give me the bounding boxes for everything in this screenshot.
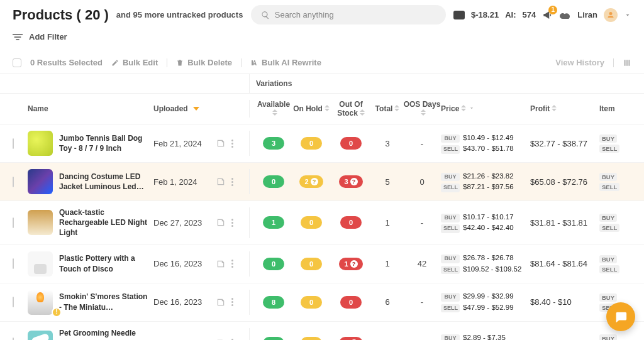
chevron-down-icon xyxy=(469,105,475,111)
col-total[interactable]: Total xyxy=(372,104,403,113)
product-name[interactable]: Quack-tastic Rechargeable LED Night Ligh… xyxy=(59,207,153,238)
bulk-edit-button[interactable]: Bulk Edit xyxy=(111,58,158,67)
uploaded-date: Dec 27, 2023 xyxy=(153,218,216,228)
ai-icon xyxy=(250,59,258,67)
chevron-down-icon[interactable] xyxy=(624,11,631,19)
col-available[interactable]: Available xyxy=(255,100,292,118)
product-name[interactable]: Smokin' S'mores Station - The Miniatu… xyxy=(59,292,153,312)
table-row[interactable]: Plastic Pottery with a Touch of Disco De… xyxy=(0,245,644,283)
col-oos-days[interactable]: OOS Days xyxy=(403,100,441,118)
filter-icon xyxy=(13,33,23,41)
product-thumb xyxy=(28,290,53,315)
row-checkbox[interactable] xyxy=(13,177,14,187)
price-cell: BUY$21.26 - $23.82 SELL$87.21 - $97.56 xyxy=(441,171,530,193)
select-all-checkbox[interactable] xyxy=(13,58,21,67)
results-selected: 0 Results Selected xyxy=(30,58,103,67)
row-checkbox[interactable] xyxy=(13,258,14,269)
uploaded-date: Dec 16, 2023 xyxy=(153,259,216,268)
oos-days-value: 0 xyxy=(403,177,441,187)
available-pill: 3 xyxy=(263,137,284,150)
item-cell: BUY SELL xyxy=(599,333,625,340)
table-row[interactable]: ! Smokin' S'mores Station - The Miniatu…… xyxy=(0,283,644,322)
product-thumb xyxy=(28,210,53,235)
table-row[interactable]: Pet Grooming Needle Brush Magic Massage … xyxy=(0,322,644,340)
profit-value: $65.08 - $72.76 xyxy=(530,177,599,187)
notifications-button[interactable]: 1 xyxy=(542,9,553,21)
note-icon[interactable] xyxy=(216,298,225,307)
available-pill: 0 xyxy=(263,258,284,270)
column-picker-icon[interactable] xyxy=(623,58,631,67)
total-value: 3 xyxy=(372,139,403,148)
total-value: 1 xyxy=(372,259,403,268)
row-checkbox[interactable] xyxy=(13,297,14,307)
oos-days-value: - xyxy=(403,218,441,228)
page-title: Products ( 20 ) xyxy=(13,7,109,23)
product-name[interactable]: Dancing Costume LED Jacket Luminous Led… xyxy=(59,172,153,192)
profit-value: $32.77 - $38.77 xyxy=(530,139,599,148)
bulk-ai-button[interactable]: Bulk AI Rewrite xyxy=(250,58,321,67)
title-prefix: Products xyxy=(13,7,72,23)
ai-value: 574 xyxy=(523,10,536,19)
col-price[interactable]: Price xyxy=(441,104,530,113)
avatar[interactable] xyxy=(604,8,618,22)
oos-pill: 1 ? xyxy=(339,258,362,270)
balance-value: $-18.21 xyxy=(471,10,499,19)
bulk-toolbar: 0 Results Selected Bulk Edit Bulk Delete… xyxy=(0,52,644,74)
product-thumb xyxy=(28,169,53,194)
row-checkbox[interactable] xyxy=(13,337,14,340)
chat-icon xyxy=(614,310,628,324)
uploaded-date: Feb 1, 2024 xyxy=(153,177,216,187)
col-item[interactable]: Item xyxy=(599,104,625,113)
row-checkbox[interactable] xyxy=(13,138,14,149)
available-pill: 0 xyxy=(263,175,284,188)
on-hold-pill: 0 xyxy=(301,137,322,150)
col-out-of-stock[interactable]: Out Of Stock xyxy=(330,100,372,118)
more-menu[interactable] xyxy=(231,219,233,227)
on-hold-pill: 0 xyxy=(301,216,322,229)
product-thumb xyxy=(28,131,53,156)
col-name[interactable]: Name xyxy=(28,104,153,113)
view-history-button[interactable]: View History xyxy=(555,58,604,67)
total-value: 1 xyxy=(372,218,403,228)
more-menu[interactable] xyxy=(231,140,233,148)
price-cell: BUY$10.17 - $10.17 SELL$42.40 - $42.40 xyxy=(441,212,530,234)
col-on-hold[interactable]: On Hold xyxy=(292,104,330,113)
table-row[interactable]: Jumbo Tennis Ball Dog Toy - 8 / 7 / 9 In… xyxy=(0,124,644,163)
profit-value: $31.81 - $31.81 xyxy=(530,218,599,228)
wallet-icon[interactable] xyxy=(453,11,465,19)
price-cell: BUY$2.89 - $7.35 SELL$12.99 - $31.01 xyxy=(441,332,530,340)
oos-days-value: - xyxy=(403,139,441,148)
table-row[interactable]: Quack-tastic Rechargeable LED Night Ligh… xyxy=(0,201,644,245)
item-cell: BUY SELL xyxy=(599,172,625,192)
note-icon[interactable] xyxy=(216,218,225,227)
more-menu[interactable] xyxy=(231,178,233,186)
cloud-icon[interactable] xyxy=(560,11,571,19)
note-icon[interactable] xyxy=(216,139,225,148)
row-checkbox[interactable] xyxy=(13,217,14,228)
price-cell: BUY$26.78 - $26.78 SELL$109.52 - $109.52 xyxy=(441,253,530,275)
item-cell: BUY SELL xyxy=(599,254,625,274)
col-uploaded[interactable]: Uploaded xyxy=(153,104,216,113)
oos-pill: 0 xyxy=(340,137,362,150)
chat-button[interactable] xyxy=(606,302,635,331)
note-icon[interactable] xyxy=(216,260,225,268)
table-row[interactable]: Dancing Costume LED Jacket Luminous Led…… xyxy=(0,163,644,201)
search-input[interactable]: Search anything xyxy=(251,5,446,25)
more-menu[interactable] xyxy=(231,260,233,268)
note-icon[interactable] xyxy=(216,177,225,186)
oos-pill: 2 ? xyxy=(339,337,362,340)
profit-value: $81.64 - $81.64 xyxy=(530,259,599,268)
product-name[interactable]: Plastic Pottery with a Touch of Disco xyxy=(59,253,153,273)
filter-row: Add Filter xyxy=(0,30,644,52)
product-name[interactable]: Pet Grooming Needle Brush Magic Massage … xyxy=(59,328,153,340)
notif-badge: 1 xyxy=(548,6,557,14)
product-name[interactable]: Jumbo Tennis Ball Dog Toy - 8 / 7 / 9 In… xyxy=(59,133,153,153)
add-filter-button[interactable]: Add Filter xyxy=(29,32,67,41)
bulk-delete-button[interactable]: Bulk Delete xyxy=(176,58,232,67)
col-profit[interactable]: Profit xyxy=(530,104,599,113)
trash-icon xyxy=(176,59,184,67)
variations-band: Variations xyxy=(0,74,644,94)
more-menu[interactable] xyxy=(231,298,233,306)
total-value: 5 xyxy=(372,177,403,187)
uploaded-date: Dec 16, 2023 xyxy=(153,297,216,307)
